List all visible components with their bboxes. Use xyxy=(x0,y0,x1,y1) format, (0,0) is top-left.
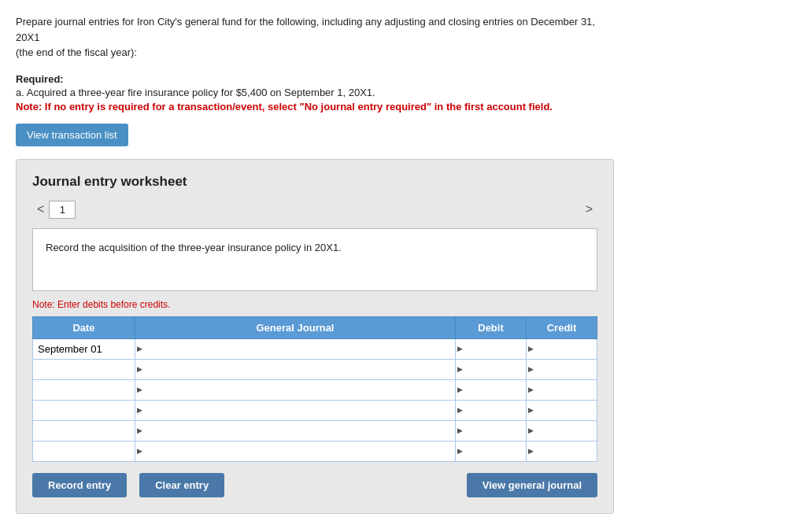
date-input[interactable] xyxy=(33,401,135,420)
col-credit: Credit xyxy=(527,316,597,338)
table-row xyxy=(33,379,597,400)
journal-input[interactable] xyxy=(135,360,455,379)
date-input[interactable] xyxy=(33,339,135,359)
date-cell xyxy=(33,420,135,441)
table-row xyxy=(33,400,597,420)
worksheet-container: Journal entry worksheet < 1 > Record the… xyxy=(16,159,614,514)
journal-input[interactable] xyxy=(135,339,455,359)
description-box: Record the acquisition of the three-year… xyxy=(32,228,597,291)
date-cell xyxy=(33,359,135,379)
debit-input[interactable] xyxy=(456,360,526,379)
required-label: Required: xyxy=(16,73,790,85)
journal-cell xyxy=(135,420,456,441)
date-input[interactable] xyxy=(33,360,135,379)
col-date: Date xyxy=(33,316,135,338)
credit-cell xyxy=(527,400,597,420)
credit-input[interactable] xyxy=(527,401,597,420)
required-section: Required: a. Acquired a three-year fire … xyxy=(16,73,790,113)
debit-cell xyxy=(456,338,527,359)
table-row xyxy=(33,420,597,441)
date-cell xyxy=(33,379,135,400)
tab-number: 1 xyxy=(49,201,76,219)
table-row xyxy=(33,441,597,461)
intro-text: Prepare journal entries for Iron City's … xyxy=(16,14,614,61)
date-input[interactable] xyxy=(33,441,135,461)
tab-prev-arrow[interactable]: < xyxy=(32,201,49,218)
debit-input[interactable] xyxy=(456,421,526,441)
journal-cell xyxy=(135,400,456,420)
tab-next-arrow[interactable]: > xyxy=(581,201,597,218)
date-input[interactable] xyxy=(33,380,135,400)
journal-input[interactable] xyxy=(135,401,455,420)
worksheet-title: Journal entry worksheet xyxy=(32,174,597,190)
credit-input[interactable] xyxy=(527,380,597,400)
col-debit: Debit xyxy=(456,316,527,338)
credit-cell xyxy=(527,338,597,359)
credit-input[interactable] xyxy=(527,339,597,359)
date-input[interactable] xyxy=(33,421,135,441)
credit-input[interactable] xyxy=(527,421,597,441)
required-item-a: a. Acquired a three-year fire insurance … xyxy=(16,87,790,98)
table-row xyxy=(33,359,597,379)
debit-cell xyxy=(456,359,527,379)
required-note: Note: If no entry is required for a tran… xyxy=(16,101,790,113)
debit-input[interactable] xyxy=(456,380,526,400)
description-text: Record the acquisition of the three-year… xyxy=(46,242,342,253)
table-row xyxy=(33,338,597,359)
debit-cell xyxy=(456,400,527,420)
journal-cell xyxy=(135,379,456,400)
note-debits: Note: Enter debits before credits. xyxy=(32,299,597,310)
view-transaction-button[interactable]: View transaction list xyxy=(16,124,128,146)
debit-input[interactable] xyxy=(456,441,526,461)
journal-input[interactable] xyxy=(135,441,455,461)
bottom-buttons: Record entry Clear entry View general jo… xyxy=(32,473,597,497)
debit-cell xyxy=(456,420,527,441)
col-general-journal: General Journal xyxy=(135,316,456,338)
journal-input[interactable] xyxy=(135,380,455,400)
credit-cell xyxy=(527,379,597,400)
debit-input[interactable] xyxy=(456,401,526,420)
date-cell xyxy=(33,400,135,420)
journal-cell xyxy=(135,338,456,359)
debit-cell xyxy=(456,379,527,400)
credit-cell xyxy=(527,441,597,461)
debit-input[interactable] xyxy=(456,339,526,359)
journal-input[interactable] xyxy=(135,421,455,441)
credit-input[interactable] xyxy=(527,360,597,379)
credit-cell xyxy=(527,420,597,441)
clear-entry-button[interactable]: Clear entry xyxy=(139,473,224,497)
debit-cell xyxy=(456,441,527,461)
journal-cell xyxy=(135,441,456,461)
credit-input[interactable] xyxy=(527,441,597,461)
tab-navigation: < 1 > xyxy=(32,201,597,219)
date-cell xyxy=(33,338,135,359)
journal-cell xyxy=(135,359,456,379)
journal-table: Date General Journal Debit Credit xyxy=(32,316,597,462)
date-cell xyxy=(33,441,135,461)
record-entry-button[interactable]: Record entry xyxy=(32,473,127,497)
credit-cell xyxy=(527,359,597,379)
view-general-journal-button[interactable]: View general journal xyxy=(467,473,597,497)
